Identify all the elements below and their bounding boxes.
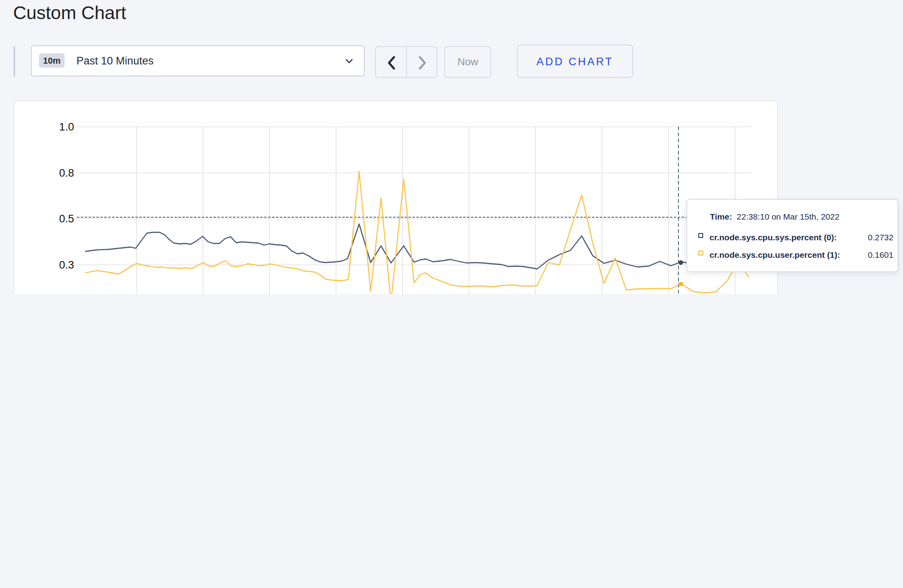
svg-text:0.3: 0.3 bbox=[59, 259, 74, 271]
svg-text:1.0: 1.0 bbox=[59, 121, 74, 133]
svg-text:0.8: 0.8 bbox=[59, 167, 74, 179]
svg-text:0.5: 0.5 bbox=[59, 213, 74, 225]
